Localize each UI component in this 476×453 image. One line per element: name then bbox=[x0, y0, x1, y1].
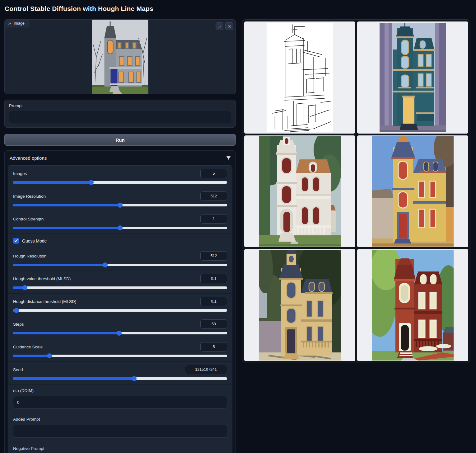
gallery-item-hough-line-map[interactable] bbox=[244, 21, 355, 134]
white-victorian-image bbox=[259, 136, 341, 247]
close-icon bbox=[227, 25, 231, 28]
clear-image-button[interactable] bbox=[225, 22, 233, 30]
edit-pencil-icon bbox=[218, 25, 222, 28]
yellow-victorian-image bbox=[372, 136, 454, 247]
added-prompt-row: Added Prompt bbox=[8, 413, 232, 442]
slider-label: Steps bbox=[13, 322, 24, 327]
eta-row: eta (DDIM) bbox=[8, 384, 232, 413]
eta-input[interactable] bbox=[13, 396, 227, 408]
slider-label: Control Strength bbox=[13, 217, 44, 221]
gallery-item-gold-victorian[interactable] bbox=[244, 249, 355, 361]
slider-track[interactable] bbox=[13, 286, 227, 289]
image-label-badge: Image bbox=[5, 20, 29, 27]
slider-handle[interactable] bbox=[22, 285, 27, 290]
advanced-options-header[interactable]: Advanced options bbox=[5, 151, 236, 165]
slider-value-input[interactable] bbox=[185, 365, 227, 374]
chevron-down-icon bbox=[226, 156, 231, 160]
hough-line-map-image bbox=[267, 23, 333, 132]
slider-label: Images bbox=[13, 171, 27, 176]
slider-row-seed: Seed bbox=[8, 361, 232, 384]
slider-row-hough-value-threshold: Hough value threshold (MLSD) bbox=[8, 271, 232, 293]
slider-value-input[interactable] bbox=[200, 169, 227, 178]
slider-handle[interactable] bbox=[14, 308, 19, 313]
slider-value-input[interactable] bbox=[200, 214, 227, 224]
gallery-item-yellow-victorian[interactable] bbox=[357, 135, 468, 248]
slider-value-input[interactable] bbox=[200, 274, 227, 283]
prompt-label: Prompt bbox=[9, 103, 231, 108]
run-button[interactable]: Run bbox=[4, 134, 236, 146]
gold-victorian-image bbox=[259, 250, 341, 361]
slider-label: Hough value threshold (MLSD) bbox=[13, 276, 71, 281]
edit-image-button[interactable] bbox=[216, 22, 223, 30]
advanced-options-title: Advanced options bbox=[10, 155, 47, 161]
slider-track[interactable] bbox=[13, 332, 227, 334]
added-prompt-label: Added Prompt bbox=[13, 417, 227, 422]
slider-value-input[interactable] bbox=[200, 191, 227, 201]
image-input-panel[interactable]: Image bbox=[4, 19, 236, 94]
slider-handle[interactable] bbox=[132, 376, 137, 381]
prompt-block: Prompt bbox=[4, 100, 236, 128]
slider-track[interactable] bbox=[13, 264, 227, 266]
checkmark-icon bbox=[14, 239, 18, 242]
output-gallery bbox=[242, 19, 470, 363]
slider-row-control-strength: Control Strength bbox=[8, 211, 232, 234]
added-prompt-input[interactable] bbox=[13, 425, 227, 438]
slider-track[interactable] bbox=[13, 227, 227, 229]
slider-value-input[interactable] bbox=[200, 297, 227, 306]
prompt-input[interactable] bbox=[9, 111, 231, 124]
negative-prompt-label: Negative Prompt bbox=[13, 446, 227, 451]
slider-handle[interactable] bbox=[103, 262, 108, 267]
image-label: Image bbox=[14, 21, 25, 26]
slider-track[interactable] bbox=[13, 204, 227, 206]
slider-track[interactable] bbox=[13, 181, 227, 184]
eta-label: eta (DDIM) bbox=[13, 388, 227, 393]
slider-handle[interactable] bbox=[117, 331, 122, 336]
slider-label: Guidance Scale bbox=[13, 345, 43, 349]
page-title: Control Stable Diffusion with Hough Line… bbox=[5, 5, 153, 12]
slider-handle[interactable] bbox=[89, 180, 94, 185]
controls-column: Image bbox=[4, 19, 236, 453]
guess-mode-row: Guess Mode bbox=[8, 234, 232, 248]
gallery-item-red-brick-victorian[interactable] bbox=[357, 249, 468, 361]
guess-mode-label: Guess Mode bbox=[22, 238, 47, 243]
slider-value-input[interactable] bbox=[200, 342, 227, 352]
slider-value-input[interactable] bbox=[200, 251, 227, 261]
slider-row-images: Images bbox=[8, 166, 232, 188]
uploaded-house-photo bbox=[92, 20, 148, 94]
advanced-options-accordion: Advanced options Images Image Resolution bbox=[4, 150, 236, 453]
slider-track[interactable] bbox=[13, 377, 227, 380]
slider-row-guidance-scale: Guidance Scale bbox=[8, 339, 232, 361]
slider-row-hough-resolution: Hough Resolution bbox=[8, 248, 232, 271]
slider-row-steps: Steps bbox=[8, 316, 232, 339]
slider-handle[interactable] bbox=[118, 203, 123, 208]
teal-victorian-image bbox=[380, 23, 446, 132]
slider-row-hough-distance-threshold: Hough distance threshold (MLSD) bbox=[8, 293, 232, 316]
gallery-item-white-victorian[interactable] bbox=[244, 135, 355, 248]
image-icon bbox=[7, 21, 12, 26]
slider-label: Hough distance threshold (MLSD) bbox=[13, 299, 76, 304]
gallery-item-teal-victorian[interactable] bbox=[357, 21, 468, 134]
slider-label: Seed bbox=[13, 367, 23, 372]
slider-handle[interactable] bbox=[47, 353, 52, 358]
slider-handle[interactable] bbox=[118, 225, 123, 230]
negative-prompt-row: Negative Prompt bbox=[8, 442, 232, 453]
guess-mode-checkbox[interactable] bbox=[13, 238, 19, 244]
red-brick-victorian-image bbox=[372, 250, 454, 361]
slider-row-image-resolution: Image Resolution bbox=[8, 188, 232, 211]
slider-track[interactable] bbox=[13, 309, 227, 312]
advanced-options-form: Images Image Resolution Control Strength bbox=[8, 165, 232, 453]
slider-label: Hough Resolution bbox=[13, 254, 46, 258]
slider-value-input[interactable] bbox=[200, 319, 227, 329]
slider-track[interactable] bbox=[13, 355, 227, 357]
slider-label: Image Resolution bbox=[13, 194, 46, 199]
